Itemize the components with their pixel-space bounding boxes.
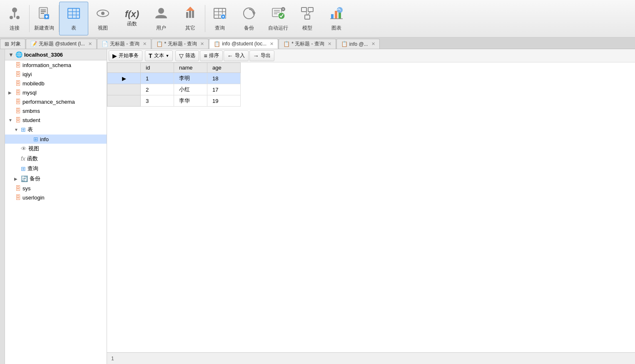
toolbar-table[interactable]: 表: [59, 2, 88, 35]
db-mobiledb-icon: 🗄: [15, 80, 21, 87]
connection-label: localhost_3306: [24, 52, 63, 58]
svg-rect-45: [335, 11, 337, 19]
table-icon: [66, 6, 81, 23]
cell-age[interactable]: 19: [207, 95, 241, 107]
toolbar-model[interactable]: 模型: [293, 2, 322, 35]
toolbar-other-label: 其它: [185, 25, 195, 32]
sidebar-item-student[interactable]: ▼ 🗄 student: [5, 115, 107, 125]
db-smbms-icon: 🗄: [15, 107, 21, 114]
col-age-header[interactable]: age: [207, 63, 241, 73]
table-row[interactable]: ▶1李明18: [107, 73, 241, 84]
toolbar-chart[interactable]: 图表: [322, 2, 351, 35]
cell-id[interactable]: 3: [141, 95, 174, 107]
sidebar-item-iqiyi[interactable]: 🗄 iqiyi: [5, 70, 107, 79]
sidebar-item-sys[interactable]: 🗄 sys: [5, 184, 107, 193]
cell-age[interactable]: 18: [207, 73, 241, 84]
cell-id[interactable]: 2: [141, 84, 174, 95]
tab-query1-close[interactable]: ✕: [88, 41, 92, 47]
sort-btn[interactable]: ≡ 排序: [200, 50, 222, 61]
tab-query3-close[interactable]: ✕: [200, 41, 204, 47]
db-mysql-icon: 🗄: [15, 89, 21, 96]
svg-rect-11: [68, 8, 80, 18]
tab-query3[interactable]: 📋 * 无标题 - 查询 ✕: [152, 39, 209, 49]
db-student-icon: 🗄: [15, 117, 21, 123]
toolbar-query[interactable]: 查询: [205, 2, 234, 35]
sidebar-item-tables-folder[interactable]: ▼ ⊞ 表: [5, 125, 107, 135]
backup-icon: [242, 6, 256, 23]
cell-id[interactable]: 1: [141, 73, 174, 84]
sidebar-item-userlogin[interactable]: 🗄 userlogin: [5, 193, 107, 202]
chevron-student-icon: ▼: [8, 118, 13, 122]
sidebar-item-performance-schema[interactable]: 🗄 performance_schema: [5, 97, 107, 106]
cell-name[interactable]: 李华: [174, 95, 207, 107]
import-btn[interactable]: ← 导入: [224, 50, 249, 61]
table-row[interactable]: 2小红17: [107, 84, 241, 95]
text-icon: T: [149, 52, 152, 59]
toolbar-backup[interactable]: 备份: [234, 2, 264, 35]
sidebar-item-info-table[interactable]: ⊞ info: [5, 135, 107, 144]
sidebar-label-iqiyi: iqiyi: [22, 71, 32, 77]
tab-info[interactable]: 📋 info @student (loc... ✕: [209, 39, 278, 49]
cell-age[interactable]: 17: [207, 84, 241, 95]
sidebar: ▼ 🌐 localhost_3306 🗄 information_schema …: [5, 49, 107, 364]
cell-name[interactable]: 小红: [174, 84, 207, 95]
user-icon: [154, 6, 169, 23]
sidebar-item-backup-folder[interactable]: ▶ 🔄 备份: [5, 174, 107, 184]
db-userlogin-icon: 🗄: [15, 194, 21, 201]
sidebar-item-information-schema[interactable]: 🗄 information_schema: [5, 60, 107, 70]
connect-icon: [7, 6, 22, 23]
sidebar-item-mysql[interactable]: ▶ 🗄 mysql: [5, 88, 107, 97]
connection-header[interactable]: ▼ 🌐 localhost_3306: [5, 49, 107, 60]
row-marker-cell: [107, 84, 141, 95]
tab-info2-close[interactable]: ✕: [371, 41, 375, 47]
sidebar-item-queries-folder[interactable]: ⊞ 查询: [5, 164, 107, 174]
toolbar-user[interactable]: 用户: [147, 2, 176, 35]
row-marker-cell: [107, 95, 141, 107]
tab-query1[interactable]: 📝 无标题 @student (l... ✕: [26, 39, 97, 49]
data-table: id name age ▶1李明182小红173李华19: [107, 62, 241, 107]
begin-transaction-btn[interactable]: ▶ 开始事务: [109, 50, 142, 61]
tab-info2[interactable]: 📋 info @... ✕: [336, 39, 380, 49]
sidebar-item-views-folder[interactable]: 👁 视图: [5, 144, 107, 154]
tab-object[interactable]: ⊞ 对象: [0, 39, 25, 49]
tab-info-close[interactable]: ✕: [270, 41, 274, 47]
tab-query3-label: * 无标题 - 查询: [164, 40, 197, 47]
side-ruler: [0, 49, 5, 364]
tab-query4-close[interactable]: ✕: [328, 41, 331, 47]
backup-folder-icon: 🔄: [21, 175, 28, 182]
filter-btn[interactable]: ▽ 筛选: [175, 50, 199, 61]
info2-tab-icon: 📋: [341, 41, 348, 47]
row-marker-header: [107, 63, 141, 73]
sidebar-item-functions-folder[interactable]: fx 函数: [5, 154, 107, 164]
auto-run-icon: [271, 6, 286, 23]
toolbar-view[interactable]: 视图: [88, 2, 117, 35]
sidebar-label-userlogin: userlogin: [22, 194, 45, 201]
svg-rect-40: [308, 7, 313, 12]
toolbar-function[interactable]: f(x) 函数: [117, 2, 147, 35]
toolbar-other[interactable]: 其它: [176, 2, 205, 35]
col-id-header[interactable]: id: [141, 63, 174, 73]
toolbar-connect[interactable]: 连接: [0, 2, 29, 35]
text-arrow-icon: ▼: [166, 54, 169, 58]
svg-rect-21: [192, 10, 194, 18]
db-iqiyi-icon: 🗄: [15, 71, 21, 77]
tab-query2[interactable]: 📄 无标题 - 查询 ✕: [97, 39, 151, 49]
export-icon: →: [253, 52, 259, 59]
tab-query2-close[interactable]: ✕: [143, 41, 147, 47]
svg-rect-39: [301, 7, 306, 12]
sidebar-item-mobiledb[interactable]: 🗄 mobiledb: [5, 79, 107, 88]
begin-transaction-label: 开始事务: [119, 52, 139, 59]
toolbar-auto-run[interactable]: 自动运行: [264, 2, 293, 35]
col-name-header[interactable]: name: [174, 63, 207, 73]
sidebar-item-smbms[interactable]: 🗄 smbms: [5, 106, 107, 115]
cell-name[interactable]: 李明: [174, 73, 207, 84]
tab-query4[interactable]: 📋 * 无标题 - 查询 ✕: [279, 39, 336, 49]
collapse-connection-icon: ▼: [8, 52, 14, 58]
info-tab-icon: 📋: [214, 41, 220, 47]
svg-rect-44: [331, 14, 334, 19]
text-btn[interactable]: T 文本 ▼: [145, 50, 173, 61]
export-btn[interactable]: → 导出: [249, 50, 274, 61]
table-row[interactable]: 3李华19: [107, 95, 241, 107]
toolbar-new-query[interactable]: 新建查询: [30, 2, 59, 35]
other-icon: [183, 6, 198, 23]
